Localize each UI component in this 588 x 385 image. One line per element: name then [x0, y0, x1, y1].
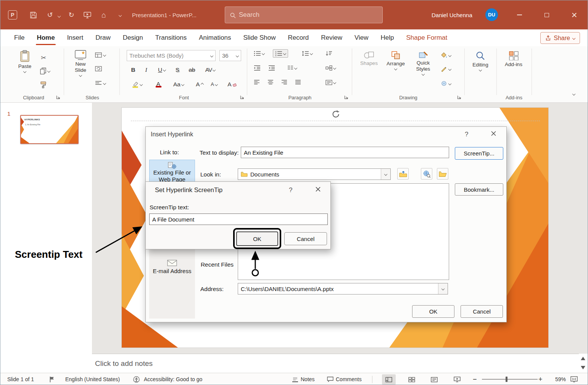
look-in-dropdown[interactable] [381, 169, 390, 180]
hyperlink-cancel-button[interactable]: Cancel [461, 305, 503, 318]
qat-customize-icon[interactable] [119, 14, 122, 17]
hyperlink-ok-button[interactable]: OK [412, 305, 454, 318]
app-logo-icon[interactable]: P [6, 8, 19, 22]
font-name-select[interactable]: Trebuchet MS (Body) [127, 50, 216, 61]
screentip-button[interactable]: ScreenTip... [455, 147, 503, 160]
underline-button[interactable]: U [153, 64, 170, 75]
character-spacing-button[interactable]: AV [201, 64, 220, 75]
undo-button[interactable] [43, 8, 57, 22]
dialog-help-button[interactable]: ? [465, 131, 468, 138]
screentip-close-button[interactable] [314, 185, 322, 193]
clear-formatting-button[interactable]: A [226, 79, 238, 90]
rotate-handle-icon[interactable] [331, 109, 341, 119]
slide-indicator[interactable]: Slide 1 of 1 [7, 373, 34, 385]
editing-button[interactable]: Editing [469, 51, 492, 71]
tab-review[interactable]: Review [321, 29, 342, 46]
tab-view[interactable]: View [354, 29, 369, 46]
arrange-button[interactable]: Arrange [385, 51, 406, 70]
search-input[interactable]: Search [225, 6, 383, 23]
align-center-button[interactable] [267, 80, 274, 84]
address-dropdown[interactable] [438, 283, 448, 294]
fit-slide-button[interactable] [570, 373, 578, 385]
screentip-ok-button[interactable]: OK [236, 231, 278, 246]
tab-file[interactable]: File [14, 29, 24, 46]
browse-web-button[interactable] [421, 168, 432, 180]
reading-view-button[interactable] [427, 374, 441, 385]
shapes-button[interactable]: Shapes [358, 51, 380, 66]
change-case-button[interactable]: Aa [170, 79, 187, 90]
quick-styles-button[interactable]: Quick Styles [412, 51, 435, 75]
tab-draw[interactable]: Draw [95, 29, 111, 46]
font-size-select[interactable]: 36 [219, 50, 241, 61]
bold-button[interactable]: B [127, 64, 139, 75]
shrink-font-button[interactable]: A [208, 79, 220, 90]
up-one-folder-button[interactable] [397, 168, 409, 180]
notes-pane[interactable]: Click to add notes [92, 354, 579, 373]
redo-button[interactable] [64, 8, 78, 22]
numbering-button[interactable] [273, 49, 288, 58]
text-shadow-button[interactable]: S [172, 64, 183, 75]
strikethrough-button[interactable]: ab [185, 64, 198, 75]
justify-button[interactable] [295, 80, 301, 84]
recent-files-button[interactable]: Recent Files [200, 261, 235, 268]
slideshow-view-button[interactable] [450, 374, 464, 385]
format-painter-button[interactable] [40, 81, 47, 88]
zoom-slider-thumb[interactable] [506, 377, 507, 382]
grow-font-button[interactable]: A [193, 79, 206, 90]
sort-button[interactable] [325, 51, 332, 56]
tab-shape-format[interactable]: Shape Format [406, 29, 448, 46]
tab-help[interactable]: Help [381, 29, 394, 46]
tab-insert[interactable]: Insert [67, 29, 84, 46]
italic-button[interactable]: I [140, 64, 152, 75]
zoom-in-button[interactable] [538, 373, 543, 385]
tab-animations[interactable]: Animations [199, 29, 231, 46]
align-text-button[interactable] [325, 80, 336, 85]
tab-home[interactable]: Home [37, 29, 55, 46]
close-button[interactable] [565, 0, 583, 29]
font-color-button[interactable]: A [150, 79, 167, 90]
dialog-close-button[interactable] [489, 129, 498, 138]
slide-thumbnail[interactable]: HYPERLINKS 1. An Existing File [20, 115, 79, 144]
collapse-ribbon-button[interactable] [572, 92, 575, 95]
shape-outline-button[interactable] [441, 66, 451, 72]
accessibility-status[interactable]: Accessibility: Good to go [144, 373, 202, 385]
browse-file-button[interactable] [437, 168, 448, 180]
scroll-down-button[interactable] [581, 366, 585, 369]
font-dialog-launcher[interactable] [240, 95, 244, 100]
tab-slide-show[interactable]: Slide Show [243, 29, 275, 46]
convert-smartart-button[interactable] [325, 65, 336, 71]
start-slideshow-button[interactable] [81, 8, 94, 22]
text-to-display-input[interactable] [241, 147, 449, 158]
screentip-help-button[interactable]: ? [289, 186, 292, 194]
avatar[interactable]: DU [485, 8, 498, 21]
account-name[interactable]: Daniel Uchenna [432, 0, 472, 29]
address-combo[interactable]: C:\Users\DANIEL\Documents\A.pptx [238, 283, 448, 294]
align-left-button[interactable] [254, 80, 260, 84]
normal-view-button[interactable] [382, 374, 396, 385]
language-button[interactable]: English (United States) [65, 373, 120, 385]
tab-design[interactable]: Design [123, 29, 143, 46]
layout-button[interactable] [95, 52, 106, 58]
notes-toggle-button[interactable]: Notes [292, 373, 315, 385]
columns-button[interactable] [287, 65, 297, 70]
scroll-up-button[interactable] [581, 357, 585, 360]
highlight-color-button[interactable] [129, 79, 145, 90]
paragraph-dialog-launcher[interactable] [344, 95, 348, 100]
undo-dropdown-icon[interactable] [58, 15, 61, 18]
drawing-dialog-launcher[interactable] [457, 95, 461, 100]
proofing-button[interactable] [49, 373, 55, 385]
shape-effects-button[interactable] [441, 81, 451, 86]
look-in-select[interactable]: Documents [238, 168, 391, 180]
shape-fill-button[interactable] [441, 52, 451, 58]
clipboard-dialog-launcher[interactable] [56, 95, 60, 100]
line-spacing-button[interactable] [302, 51, 313, 56]
decrease-indent-button[interactable] [254, 65, 261, 71]
tab-transitions[interactable]: Transitions [155, 29, 187, 46]
home-qat-button[interactable] [97, 8, 111, 22]
slide-sorter-view-button[interactable] [405, 374, 419, 385]
zoom-slider[interactable] [482, 379, 538, 380]
maximize-button[interactable] [538, 0, 556, 29]
save-button[interactable] [26, 8, 40, 22]
paste-button[interactable]: Paste [15, 50, 35, 73]
screentip-cancel-button[interactable]: Cancel [284, 232, 327, 245]
